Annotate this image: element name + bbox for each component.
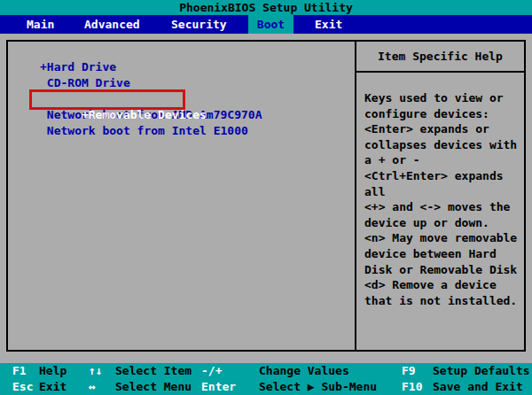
hint-label-setup-defaults: Setup Defaults bbox=[433, 363, 530, 379]
tab-exit[interactable]: Exit bbox=[315, 15, 342, 34]
tab-boot[interactable]: Boot bbox=[248, 15, 293, 34]
hint-key-f1: F1 bbox=[12, 363, 27, 379]
boot-menu-panel: +Hard Drive CD-ROM Drive +Removable Devi… bbox=[6, 40, 526, 352]
selection-highlight-annotation bbox=[29, 89, 185, 110]
hint-key-minus-plus: -/+ bbox=[201, 363, 222, 379]
boot-item-cdrom-drive[interactable]: CD-ROM Drive bbox=[40, 75, 262, 91]
boot-item-removable-devices-label: +Removable Devices bbox=[82, 108, 207, 121]
hint-key-esc: Esc bbox=[12, 379, 33, 395]
hint-key-leftright-arrows-icon: ↔ bbox=[89, 379, 96, 395]
tab-advanced[interactable]: Advanced bbox=[84, 15, 140, 34]
help-panel: Item Specific Help Keys used to view or … bbox=[355, 42, 524, 350]
hint-key-enter: Enter bbox=[201, 379, 236, 395]
hint-key-f9: F9 bbox=[402, 363, 416, 379]
hint-label-select-item: Select Item bbox=[115, 363, 192, 379]
boot-device-list: +Hard Drive CD-ROM Drive +Removable Devi… bbox=[40, 59, 262, 139]
hint-label-change-values: Change Values bbox=[259, 363, 349, 379]
boot-item-removable-devices[interactable]: +Removable Devices bbox=[40, 91, 262, 107]
tab-security[interactable]: Security bbox=[171, 15, 227, 34]
help-panel-title: Item Specific Help bbox=[356, 42, 524, 73]
help-panel-body: Keys used to view or configure devices: … bbox=[356, 73, 524, 308]
tab-main[interactable]: Main bbox=[27, 15, 54, 34]
menu-bar: Main Advanced Security Boot Exit bbox=[0, 15, 532, 34]
hint-label-save-and-exit: Save and Exit bbox=[433, 379, 523, 395]
key-legend-bar: F1 Help ↑↓ Select Item -/+ Change Values… bbox=[0, 363, 532, 395]
hint-key-f10: F10 bbox=[402, 379, 422, 395]
hint-label-help: Help bbox=[39, 363, 66, 379]
page-title: PhoenixBIOS Setup Utility bbox=[0, 0, 532, 15]
hint-label-select-menu: Select Menu bbox=[115, 379, 192, 395]
boot-item-hard-drive[interactable]: +Hard Drive bbox=[40, 59, 262, 75]
hint-key-updown-arrows-icon: ↑↓ bbox=[89, 363, 103, 379]
hint-label-exit: Exit bbox=[39, 379, 66, 395]
hint-label-select-submenu: Select ▶ Sub-Menu bbox=[259, 379, 377, 395]
